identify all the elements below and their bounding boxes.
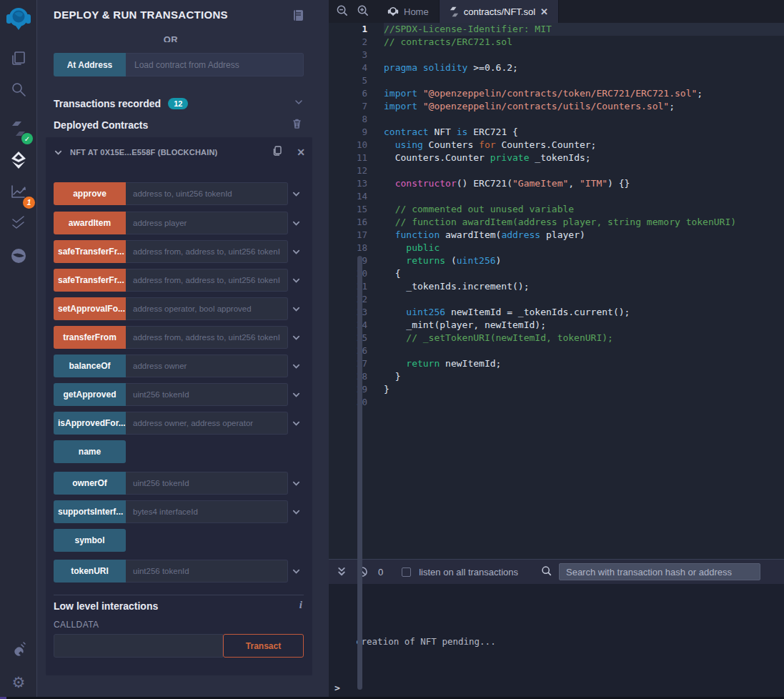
code-line[interactable]: 13 constructor() ERC721("GameItem", "ITM… — [329, 177, 784, 190]
function-button-awarditem[interactable]: awardItem — [54, 212, 126, 234]
chevron-down-icon[interactable] — [54, 148, 63, 157]
function-args-input[interactable] — [126, 182, 288, 205]
chevron-down-icon[interactable] — [288, 500, 304, 523]
function-button-safetransferfr[interactable]: safeTransferFr... — [54, 240, 126, 263]
tab-nft-sol[interactable]: contracts/NFT.sol ✕ — [440, 0, 559, 23]
chevron-down-icon[interactable] — [288, 212, 304, 234]
search-icon[interactable] — [0, 75, 37, 104]
code-line[interactable]: 23 uint256 newItemId = _tokenIds.current… — [329, 306, 784, 319]
trash-icon[interactable] — [292, 118, 302, 132]
listen-transactions-checkbox[interactable] — [402, 567, 411, 577]
chevron-down-icon[interactable] — [288, 355, 304, 377]
chevron-down-icon[interactable] — [288, 269, 304, 292]
documentation-icon[interactable] — [292, 9, 304, 24]
zoom-out-icon[interactable] — [336, 4, 348, 19]
tab-home[interactable]: Home — [377, 0, 440, 23]
close-tab-icon[interactable]: ✕ — [540, 6, 548, 17]
function-button-supportsinterf[interactable]: supportsInterf... — [54, 500, 126, 523]
code-line[interactable]: 29} — [329, 383, 784, 396]
function-button-transferfrom[interactable]: transferFrom — [54, 326, 126, 349]
code-line[interactable]: 19 returns (uint256) — [329, 254, 784, 267]
debugger-icon[interactable] — [0, 242, 37, 270]
function-args-input[interactable] — [126, 472, 288, 495]
close-icon[interactable]: ✕ — [297, 147, 305, 158]
remix-logo[interactable] — [0, 3, 37, 34]
code-line[interactable]: 14 — [329, 190, 784, 203]
terminal-search-input[interactable] — [559, 563, 760, 580]
code-line[interactable]: 22 — [329, 293, 784, 306]
contract-instance-header[interactable]: NFT AT 0X15E...E558F (BLOCKCHAIN) ✕ — [54, 144, 305, 160]
chevron-down-icon[interactable] — [288, 297, 304, 320]
settings-icon[interactable]: ⚙ — [0, 668, 37, 697]
code-line[interactable]: 3 — [329, 49, 784, 61]
function-args-input[interactable] — [126, 500, 288, 523]
function-button-name[interactable]: name — [54, 440, 126, 463]
function-args-input[interactable] — [126, 326, 288, 349]
code-line[interactable]: 21 _tokenIds.increment(); — [329, 280, 784, 293]
at-address-button[interactable]: At Address — [54, 53, 126, 76]
plugin-manager-icon[interactable] — [0, 636, 37, 665]
at-address-input[interactable] — [126, 53, 304, 76]
copy-icon[interactable] — [272, 145, 282, 159]
code-line[interactable]: 24 _mint(player, newItemId); — [329, 319, 784, 332]
code-line[interactable]: 6import "@openzeppelin/contracts/token/E… — [329, 87, 784, 100]
code-line[interactable]: 10 using Counters for Counters.Counter; — [329, 139, 784, 152]
transact-button[interactable]: Transact — [223, 634, 304, 658]
function-button-isapprovedfor[interactable]: isApprovedFor... — [54, 412, 126, 435]
function-button-balanceof[interactable]: balanceOf — [54, 355, 126, 377]
code-line[interactable]: 28 } — [329, 370, 784, 383]
chevron-down-icon[interactable] — [288, 326, 304, 349]
zoom-in-icon[interactable] — [357, 4, 369, 19]
code-editor[interactable]: 1//SPDX-License-Identifier: MIT2// contr… — [329, 23, 784, 559]
code-line[interactable]: 9contract NFT is ERC721 { — [329, 126, 784, 139]
code-line[interactable]: 2// contracts/ERC721.sol — [329, 36, 784, 49]
code-line[interactable]: 7import "@openzeppelin/contracts/utils/C… — [329, 100, 784, 113]
function-args-input[interactable] — [126, 240, 288, 263]
info-icon[interactable]: i — [299, 599, 302, 611]
chevron-down-icon[interactable] — [294, 97, 304, 110]
code-line[interactable]: 11 Counters.Counter private _tokenIds; — [329, 152, 784, 164]
function-button-tokenuri[interactable]: tokenURI — [54, 560, 126, 582]
code-line[interactable]: 17 function awardItem(address player) — [329, 229, 784, 242]
unit-testing-icon[interactable] — [0, 209, 37, 237]
code-line[interactable]: 18 public — [329, 242, 784, 254]
chevron-down-icon[interactable] — [288, 383, 304, 406]
function-args-input[interactable] — [126, 269, 288, 292]
function-args-input[interactable] — [126, 560, 288, 582]
function-button-ownerof[interactable]: ownerOf — [54, 472, 126, 495]
code-line[interactable]: 4pragma solidity >=0.6.2; — [329, 61, 784, 74]
panel-scrollbar[interactable] — [357, 256, 362, 690]
function-args-input[interactable] — [126, 412, 288, 435]
code-line[interactable]: 5 — [329, 74, 784, 87]
function-button-symbol[interactable]: symbol — [54, 529, 126, 552]
expand-terminal-icon[interactable] — [337, 567, 347, 577]
function-args-input[interactable] — [126, 297, 288, 320]
function-button-getapproved[interactable]: getApproved — [54, 383, 126, 406]
code-line[interactable]: 20 { — [329, 267, 784, 280]
function-button-setapprovalfo[interactable]: setApprovalFo... — [54, 297, 126, 320]
function-button-approve[interactable]: approve — [54, 182, 126, 205]
solidity-compiler-icon[interactable]: ✓ — [0, 114, 37, 143]
terminal-output[interactable]: creation of NFT pending... > — [329, 584, 784, 699]
chevron-down-icon[interactable] — [288, 412, 304, 435]
chevron-down-icon[interactable] — [288, 560, 304, 582]
function-button-safetransferfr[interactable]: safeTransferFr... — [54, 269, 126, 292]
code-line[interactable]: 12 — [329, 164, 784, 177]
chevron-down-icon[interactable] — [288, 182, 304, 205]
function-args-input[interactable] — [126, 212, 288, 234]
function-args-input[interactable] — [126, 383, 288, 406]
function-args-input[interactable] — [126, 355, 288, 377]
code-line[interactable]: 26 — [329, 344, 784, 357]
code-line[interactable]: 30 — [329, 396, 784, 409]
code-line[interactable]: 16 // function awardItem(address player,… — [329, 216, 784, 229]
code-line[interactable]: 8 — [329, 113, 784, 126]
analytics-icon[interactable]: 1 — [0, 177, 37, 206]
code-line[interactable]: 1//SPDX-License-Identifier: MIT — [329, 23, 784, 36]
code-line[interactable]: 15 // commented out unused variable — [329, 203, 784, 216]
deploy-run-icon[interactable] — [0, 146, 37, 174]
code-line[interactable]: 27 return newItemId; — [329, 357, 784, 370]
file-explorer-icon[interactable] — [0, 44, 37, 73]
chevron-down-icon[interactable] — [288, 472, 304, 495]
code-line[interactable]: 25 // _setTokenURI(newItemId, tokenURI); — [329, 332, 784, 344]
chevron-down-icon[interactable] — [288, 240, 304, 263]
